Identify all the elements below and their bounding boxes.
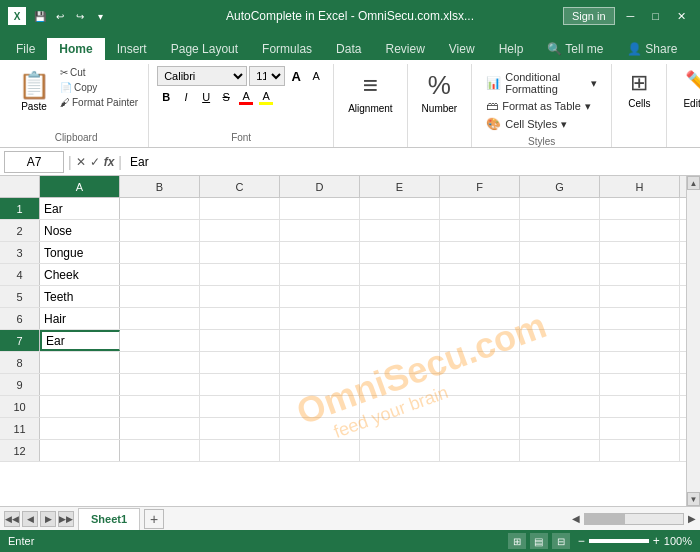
cell-h10[interactable] <box>600 396 680 417</box>
zoom-out-button[interactable]: − <box>578 534 585 548</box>
cell-f6[interactable] <box>440 308 520 329</box>
cell-a7[interactable]: Ear <box>40 330 120 351</box>
col-header-e[interactable]: E <box>360 176 440 197</box>
col-header-h[interactable]: H <box>600 176 680 197</box>
cell-c11[interactable] <box>200 418 280 439</box>
cell-g12[interactable] <box>520 440 600 461</box>
editing-button[interactable]: ✏️ Editing <box>675 66 700 113</box>
cell-c10[interactable] <box>200 396 280 417</box>
redo-icon[interactable]: ↪ <box>72 8 88 24</box>
row-num-10[interactable]: 10 <box>0 396 40 417</box>
cell-a3[interactable]: Tongue <box>40 242 120 263</box>
sheet-nav-first[interactable]: ◀◀ <box>4 511 20 527</box>
cell-b1[interactable] <box>120 198 200 219</box>
cancel-formula-icon[interactable]: ✕ <box>76 155 86 169</box>
cell-f1[interactable] <box>440 198 520 219</box>
cell-h1[interactable] <box>600 198 680 219</box>
alignment-button[interactable]: ≡ Alignment <box>342 66 398 118</box>
format-as-table-button[interactable]: 🗃 Format as Table ▾ <box>484 98 599 114</box>
row-num-6[interactable]: 6 <box>0 308 40 329</box>
col-header-g[interactable]: G <box>520 176 600 197</box>
sheet-nav-next[interactable]: ▶ <box>40 511 56 527</box>
cell-h6[interactable] <box>600 308 680 329</box>
bold-button[interactable]: B <box>157 88 175 106</box>
sheet-nav-prev[interactable]: ◀ <box>22 511 38 527</box>
cell-g6[interactable] <box>520 308 600 329</box>
save-icon[interactable]: 💾 <box>32 8 48 24</box>
col-header-a[interactable]: A <box>40 176 120 197</box>
cell-b12[interactable] <box>120 440 200 461</box>
cell-f11[interactable] <box>440 418 520 439</box>
cell-g3[interactable] <box>520 242 600 263</box>
cell-a10[interactable] <box>40 396 120 417</box>
cell-b7[interactable] <box>120 330 200 351</box>
cell-f8[interactable] <box>440 352 520 373</box>
cell-e4[interactable] <box>360 264 440 285</box>
sheet-tab-sheet1[interactable]: Sheet1 <box>78 508 140 530</box>
scroll-left-icon[interactable]: ◀ <box>572 513 580 524</box>
cell-i9[interactable] <box>680 374 686 395</box>
cell-i6[interactable] <box>680 308 686 329</box>
tab-page-layout[interactable]: Page Layout <box>159 38 250 60</box>
horizontal-scroll-track[interactable] <box>584 513 684 525</box>
cell-i10[interactable] <box>680 396 686 417</box>
font-color-button[interactable]: A <box>237 88 255 106</box>
restore-button[interactable]: □ <box>646 8 665 24</box>
minimize-button[interactable]: ─ <box>621 8 641 24</box>
insert-function-icon[interactable]: fx <box>104 155 115 169</box>
cell-h5[interactable] <box>600 286 680 307</box>
cell-g1[interactable] <box>520 198 600 219</box>
cell-g5[interactable] <box>520 286 600 307</box>
cell-d3[interactable] <box>280 242 360 263</box>
cell-styles-button[interactable]: 🎨 Cell Styles ▾ <box>484 116 599 132</box>
cell-f10[interactable] <box>440 396 520 417</box>
cell-b6[interactable] <box>120 308 200 329</box>
cell-e10[interactable] <box>360 396 440 417</box>
tab-review[interactable]: Review <box>373 38 436 60</box>
row-num-8[interactable]: 8 <box>0 352 40 373</box>
grow-font-button[interactable]: A <box>287 67 305 85</box>
paste-button[interactable]: 📋 Paste <box>12 66 56 116</box>
cell-e12[interactable] <box>360 440 440 461</box>
page-break-view-button[interactable]: ⊟ <box>552 533 570 549</box>
cell-b10[interactable] <box>120 396 200 417</box>
cell-a9[interactable] <box>40 374 120 395</box>
conditional-formatting-button[interactable]: 📊 Conditional Formatting ▾ <box>484 70 599 96</box>
scroll-up-button[interactable]: ▲ <box>687 176 700 190</box>
cell-d10[interactable] <box>280 396 360 417</box>
cell-i11[interactable] <box>680 418 686 439</box>
cell-c4[interactable] <box>200 264 280 285</box>
cell-f12[interactable] <box>440 440 520 461</box>
cell-b9[interactable] <box>120 374 200 395</box>
cell-d6[interactable] <box>280 308 360 329</box>
scroll-down-button[interactable]: ▼ <box>687 492 700 506</box>
tab-view[interactable]: View <box>437 38 487 60</box>
cell-d1[interactable] <box>280 198 360 219</box>
cell-g11[interactable] <box>520 418 600 439</box>
cell-f3[interactable] <box>440 242 520 263</box>
cell-i12[interactable] <box>680 440 686 461</box>
cell-d4[interactable] <box>280 264 360 285</box>
cell-b8[interactable] <box>120 352 200 373</box>
cut-button[interactable]: ✂ Cut <box>58 66 140 79</box>
cell-g4[interactable] <box>520 264 600 285</box>
italic-button[interactable]: I <box>177 88 195 106</box>
cell-f4[interactable] <box>440 264 520 285</box>
row-num-5[interactable]: 5 <box>0 286 40 307</box>
row-num-2[interactable]: 2 <box>0 220 40 241</box>
cell-c7[interactable] <box>200 330 280 351</box>
cell-d7[interactable] <box>280 330 360 351</box>
format-painter-button[interactable]: 🖌 Format Painter <box>58 96 140 109</box>
copy-button[interactable]: 📄 Copy <box>58 81 140 94</box>
tab-data[interactable]: Data <box>324 38 373 60</box>
cell-i3[interactable] <box>680 242 686 263</box>
cell-f9[interactable] <box>440 374 520 395</box>
cell-reference-input[interactable] <box>4 151 64 173</box>
shrink-font-button[interactable]: A <box>307 67 325 85</box>
cell-h4[interactable] <box>600 264 680 285</box>
tab-insert[interactable]: Insert <box>105 38 159 60</box>
cell-e9[interactable] <box>360 374 440 395</box>
cell-i8[interactable] <box>680 352 686 373</box>
cell-c6[interactable] <box>200 308 280 329</box>
add-sheet-button[interactable]: + <box>144 509 164 529</box>
